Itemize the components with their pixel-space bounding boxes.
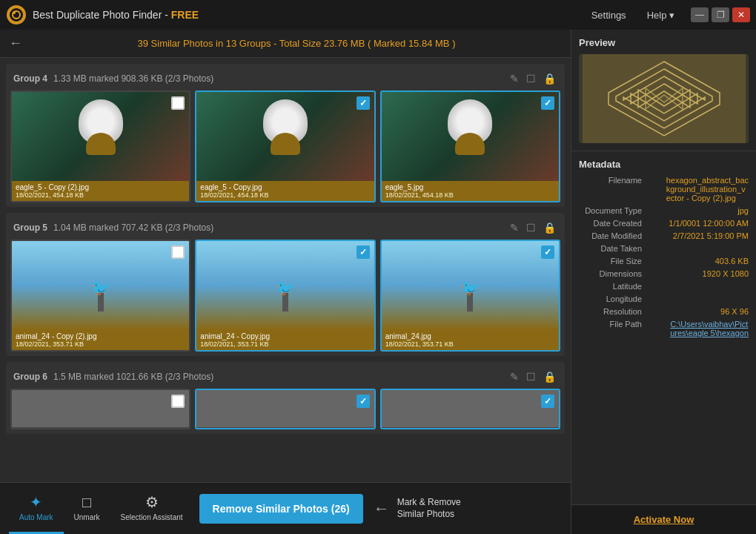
activate-now-button[interactable]: Activate Now: [634, 514, 694, 525]
title-bar: Best Duplicate Photo Finder - FREE Setti…: [0, 0, 756, 30]
groups-area[interactable]: Group 4 1.33 MB marked 908.36 KB (2/3 Ph…: [0, 58, 571, 482]
group5-header: Group 5 1.04 MB marked 707.42 KB (2/3 Ph…: [10, 217, 560, 240]
meta-val-filepath[interactable]: C:\Users\vaibhav\Pictures\eagle 5\hexago…: [670, 320, 749, 337]
photo-card[interactable]: animal_24 - Copy (2).jpg 18/02/2021, 353…: [10, 240, 190, 352]
group5-checkbox-button[interactable]: ☐: [525, 220, 537, 235]
meta-row-filename: Filename hexagon_abstract_background_ill…: [579, 176, 749, 202]
photo-checkbox[interactable]: [541, 245, 554, 259]
group5-name: Group 5: [13, 222, 47, 233]
photo-meta-2: 18/02/2021, 454.18 KB: [200, 191, 370, 199]
photo-checkbox[interactable]: [541, 395, 554, 408]
checkbox-checked: [357, 245, 370, 259]
help-button[interactable]: Help ▾: [643, 7, 679, 24]
meta-row-datetaken: Date Taken: [579, 244, 749, 253]
photo-checkbox[interactable]: [357, 395, 370, 408]
meta-val-datecreated: 1/1/0001 12:00:00 AM: [669, 219, 749, 228]
group6-lock-button[interactable]: 🔒: [542, 369, 557, 384]
unmark-toolbar-item[interactable]: □ Unmark: [64, 483, 110, 534]
group4-name: Group 4: [13, 73, 47, 84]
photo-meta: 18/02/2021, 353.71 KB: [16, 340, 185, 348]
meta-row-datemodified: Date Modified 2/7/2021 5:19:00 PM: [579, 231, 749, 240]
photo-meta-1: 18/02/2021, 454.18 KB: [16, 191, 185, 199]
eagle-image-2: [196, 92, 374, 181]
group4-lock-button[interactable]: 🔒: [542, 71, 557, 86]
eagle-image-3: [382, 92, 559, 181]
auto-mark-toolbar-item[interactable]: ✦ Auto Mark: [9, 483, 64, 534]
photo-card[interactable]: [380, 389, 560, 429]
maximize-button[interactable]: ❐: [712, 7, 729, 22]
remove-similar-photos-button[interactable]: Remove Similar Photos (26): [199, 494, 363, 524]
group6-checkbox-button[interactable]: ☐: [525, 369, 537, 384]
seagull-image-2: [196, 241, 374, 330]
app-title: Best Duplicate Photo Finder - FREE: [33, 9, 199, 21]
metadata-title: Metadata: [579, 159, 749, 170]
meta-key-latitude: Latitude: [579, 282, 642, 291]
photo-card[interactable]: eagle_5.jpg 18/02/2021, 454.18 KB: [380, 90, 560, 202]
svg-point-3: [13, 11, 16, 14]
bottom-toolbar: ✦ Auto Mark □ Unmark ⚙ Selection Assista…: [0, 482, 571, 534]
selection-assistant-toolbar-item[interactable]: ⚙ Selection Assistant: [110, 483, 193, 534]
photo-checkbox[interactable]: [171, 245, 185, 259]
selection-assistant-icon: ⚙: [145, 493, 159, 511]
photo-info-1: eagle_5 - Copy (2).jpg 18/02/2021, 454.1…: [12, 181, 189, 201]
group5-stats: 1.04 MB marked 707.42 KB (2/3 Photos): [53, 222, 508, 233]
free-label: FREE: [171, 9, 199, 21]
auto-mark-label: Auto Mark: [19, 513, 53, 521]
group4-actions: ✎ ☐ 🔒: [508, 71, 557, 86]
photo-name: animal_24 - Copy.jpg: [200, 332, 370, 340]
photo-card[interactable]: animal_24.jpg 18/02/2021, 353.71 KB: [380, 240, 560, 352]
meta-val-datemodified: 2/7/2021 5:19:00 PM: [673, 231, 749, 240]
group6-stats: 1.5 MB marked 1021.66 KB (2/3 Photos): [53, 372, 508, 382]
group4-checkbox-button[interactable]: ☐: [525, 71, 537, 86]
settings-button[interactable]: Settings: [587, 7, 631, 24]
minimize-button[interactable]: —: [691, 7, 709, 22]
seagull-visual: [196, 241, 374, 330]
group4-stats: 1.33 MB marked 908.36 KB (2/3 Photos): [53, 73, 508, 84]
group5-lock-button[interactable]: 🔒: [542, 220, 557, 235]
group6-name: Group 6: [13, 372, 47, 382]
photo-meta: 18/02/2021, 353.71 KB: [200, 340, 370, 348]
photo-meta-3: 18/02/2021, 454.18 KB: [385, 191, 555, 199]
eagle-visual: [382, 92, 559, 181]
eagle-image-1: [12, 92, 189, 181]
group6-edit-button[interactable]: ✎: [508, 369, 520, 384]
meta-key-datemodified: Date Modified: [579, 231, 642, 240]
meta-row-filesize: File Size 403.6 KB: [579, 257, 749, 266]
meta-row-resolution: Resolution 96 X 96: [579, 307, 749, 316]
preview-image: [579, 54, 749, 143]
back-button[interactable]: ←: [9, 36, 22, 51]
title-left: Best Duplicate Photo Finder - FREE: [6, 4, 199, 25]
placeholder-visual: [382, 390, 559, 427]
meta-key-filename: Filename: [579, 176, 642, 202]
photo-card[interactable]: eagle_5 - Copy (2).jpg 18/02/2021, 454.1…: [10, 90, 190, 202]
app-logo-icon: [6, 4, 27, 25]
group6-photos-row: [10, 389, 560, 429]
photo-info-2: eagle_5 - Copy.jpg 18/02/2021, 454.18 KB: [196, 181, 374, 201]
metadata-section: Metadata Filename hexagon_abstract_backg…: [571, 151, 756, 504]
group5-edit-button[interactable]: ✎: [508, 220, 520, 235]
placeholder-image: [382, 390, 559, 427]
photo-card[interactable]: animal_24 - Copy.jpg 18/02/2021, 353.71 …: [195, 240, 375, 352]
meta-key-datecreated: Date Created: [579, 219, 642, 228]
photo-checkbox[interactable]: [171, 395, 185, 408]
title-right: Settings Help ▾ — ❐ ✕: [587, 7, 750, 24]
meta-key-doctype: Document Type: [579, 206, 642, 215]
meta-val-filesize: 403.6 KB: [715, 257, 749, 266]
group4-edit-button[interactable]: ✎: [508, 71, 520, 86]
group-container-4: Group 4 1.33 MB marked 908.36 KB (2/3 Ph…: [6, 64, 565, 207]
photo-card[interactable]: eagle_5 - Copy.jpg 18/02/2021, 454.18 KB: [195, 90, 375, 202]
svg-rect-4: [583, 54, 746, 143]
seagull-image-3: [382, 241, 559, 330]
photo-card[interactable]: [195, 389, 375, 429]
photo-checkbox-2[interactable]: [357, 96, 370, 110]
photo-card[interactable]: [10, 389, 190, 429]
photo-checkbox-1[interactable]: [171, 96, 185, 110]
meta-val-filename: hexagon_abstract_background_illustration…: [666, 176, 749, 202]
preview-section: Preview: [571, 30, 756, 151]
eagle-visual: [196, 92, 374, 181]
hexagon-preview-svg: [583, 54, 746, 143]
photo-checkbox-3[interactable]: [541, 96, 554, 110]
photo-checkbox[interactable]: [357, 245, 370, 259]
help-label: Help: [647, 10, 667, 21]
close-button[interactable]: ✕: [732, 7, 750, 22]
